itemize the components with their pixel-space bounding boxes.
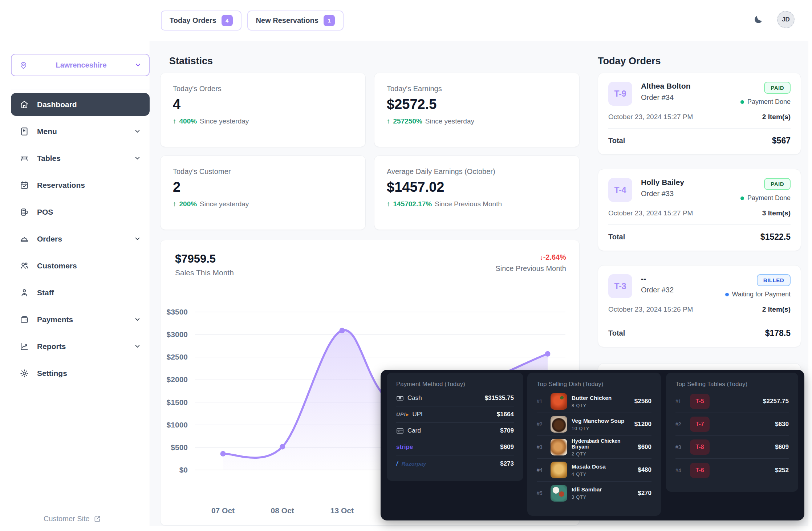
order-card[interactable]: T-4 Holly Bailey Order #33 PAID Payment … xyxy=(598,169,801,251)
total-label: Total xyxy=(608,233,625,241)
customer-name: -- xyxy=(641,274,674,283)
dish-image xyxy=(551,393,567,410)
customer-site-link[interactable]: Customer Site xyxy=(44,515,101,523)
total-label: Total xyxy=(608,137,625,145)
sidebar-item-reports[interactable]: Reports xyxy=(11,335,150,358)
razorpay-logo: / xyxy=(396,460,398,467)
payment-status-label: Payment Done xyxy=(747,194,791,202)
sidebar-item-pos[interactable]: POS xyxy=(11,200,150,223)
sidebar-item-label: Dashboard xyxy=(37,100,77,109)
stat-delta-note: Since Previous Month xyxy=(435,200,502,208)
payment-row-cash: Cash $31535.75 xyxy=(396,390,514,406)
status-badge: PAID xyxy=(764,82,791,94)
location-pin-icon xyxy=(19,61,28,70)
dish-image xyxy=(551,462,567,478)
user-avatar[interactable]: JD xyxy=(777,11,795,28)
avatar-initials: JD xyxy=(782,16,790,23)
order-card[interactable]: T-3 -- Order #32 BILLED Waiting for Paym… xyxy=(598,265,801,347)
location-select[interactable]: Lawrenceshire xyxy=(11,54,150,76)
sidebar-item-payments[interactable]: Payments xyxy=(11,308,150,331)
up-arrow-icon: ↑ xyxy=(173,200,176,208)
sales-delta-pct: -2.64% xyxy=(543,253,566,261)
dish-qty: 2 QTY xyxy=(572,451,633,457)
dish-row: #5 Idli Sambar3 QTY $270 xyxy=(537,482,651,504)
dark-mode-toggle[interactable] xyxy=(752,13,765,26)
sidebar-item-dashboard[interactable]: Dashboard xyxy=(11,93,150,116)
stat-title: Average Daily Earnings (October) xyxy=(387,167,567,176)
sidebar-item-staff[interactable]: Staff xyxy=(11,281,150,304)
home-icon xyxy=(20,100,29,109)
order-card-meta: October 23, 2024 15:26 PM 2 Item(s) xyxy=(608,305,791,313)
order-card-meta: October 23, 2024 15:27 PM 3 Item(s) xyxy=(608,209,791,217)
svg-text:$3500: $3500 xyxy=(167,308,188,316)
stat-delta: ↑145702.17%Since Previous Month xyxy=(387,200,567,208)
stat-delta-pct: 145702.17% xyxy=(393,200,432,208)
rank-label: #2 xyxy=(675,421,685,427)
today-orders-button[interactable]: Today Orders 4 xyxy=(161,11,241,31)
dish-image xyxy=(551,485,567,502)
today-orders-button-label: Today Orders xyxy=(170,16,216,25)
customer-name: Althea Bolton xyxy=(641,82,691,90)
order-card-total-row: Total $567 xyxy=(608,136,791,146)
topbar-quick-buttons: Today Orders 4 New Reservations 1 xyxy=(161,11,344,31)
sales-month-delta: ↓-2.64% xyxy=(495,253,566,262)
sidebar-item-menu[interactable]: Menu xyxy=(11,120,150,143)
stat-delta-pct: 400% xyxy=(179,117,197,125)
customers-icon xyxy=(20,261,29,271)
sales-month-subtitle: Sales This Month xyxy=(175,268,234,277)
top-selling-dish-panel: Top Selling Dish (Today) #1 Butter Chick… xyxy=(527,373,661,516)
order-card-top: T-4 Holly Bailey Order #33 PAID Payment … xyxy=(608,178,791,202)
payment-row-card: Card $709 xyxy=(396,423,514,439)
order-items-count: 2 Item(s) xyxy=(762,113,791,121)
status-badge: BILLED xyxy=(757,274,791,286)
total-amount: $178.5 xyxy=(765,328,791,338)
stat-value: 4 xyxy=(173,97,353,112)
dish-name: Butter Chicken xyxy=(572,395,612,401)
order-card[interactable]: T-9 Althea Bolton Order #34 PAID Payment… xyxy=(598,73,801,155)
payment-status-label: Payment Done xyxy=(747,98,791,106)
top-selling-tables-title: Top Selling Tables (Today) xyxy=(675,381,789,388)
calendar-check-icon xyxy=(20,181,29,190)
rank-label: #1 xyxy=(675,398,685,404)
cloche-icon xyxy=(20,234,29,244)
order-number: Order #34 xyxy=(641,93,691,102)
order-card-status-block: PAID Payment Done xyxy=(740,178,791,202)
sidebar-item-orders[interactable]: Orders xyxy=(11,227,150,250)
statistics-heading: Statistics xyxy=(169,56,213,67)
dish-info: Masala Dosa4 QTY xyxy=(572,463,606,477)
dish-row: #4 Masala Dosa4 QTY $480 xyxy=(537,459,651,482)
sidebar-item-tables[interactable]: Tables xyxy=(11,147,150,170)
report-chart-icon xyxy=(20,342,29,351)
total-amount: $1522.5 xyxy=(760,232,791,242)
order-datetime: October 23, 2024 15:27 PM xyxy=(608,209,693,217)
stat-title: Today's Customer xyxy=(173,167,353,176)
payment-method-name: UPI xyxy=(412,411,422,418)
sidebar-item-customers[interactable]: Customers xyxy=(11,254,150,277)
today-orders-count-badge: 4 xyxy=(222,15,233,26)
sidebar-item-settings[interactable]: Settings xyxy=(11,362,150,385)
payment-row-razorpay: / Razorpay $273 xyxy=(396,455,514,472)
dish-name: Masala Dosa xyxy=(572,463,606,470)
sidebar-item-label: Tables xyxy=(37,154,61,163)
sidebar-item-reservations[interactable]: Reservations xyxy=(11,174,150,196)
order-card-customer: -- Order #32 xyxy=(641,274,674,298)
upi-logo: UPI▸ xyxy=(396,412,409,417)
payment-amount: $709 xyxy=(500,427,514,434)
svg-text:$500: $500 xyxy=(171,443,188,451)
wallet-icon xyxy=(20,315,29,324)
table-badge: T-4 xyxy=(608,178,632,202)
dashboard-app: Today Orders 4 New Reservations 1 JD Law… xyxy=(0,0,812,531)
new-reservations-button[interactable]: New Reservations 1 xyxy=(247,11,344,31)
svg-text:$0: $0 xyxy=(179,466,188,474)
payment-method-name: Card xyxy=(407,427,421,434)
chevron-down-icon xyxy=(134,235,141,242)
dish-amount: $1200 xyxy=(634,421,651,428)
dish-image xyxy=(551,439,567,455)
dish-amount: $270 xyxy=(638,490,651,497)
svg-text:08 Oct: 08 Oct xyxy=(271,506,294,515)
svg-text:$3000: $3000 xyxy=(167,330,188,339)
status-badge: PAID xyxy=(764,178,791,190)
svg-text:13 Oct: 13 Oct xyxy=(330,506,354,515)
table-amount: $252 xyxy=(775,467,789,474)
dish-row: #1 Butter Chicken8 QTY $2560 xyxy=(537,390,651,413)
